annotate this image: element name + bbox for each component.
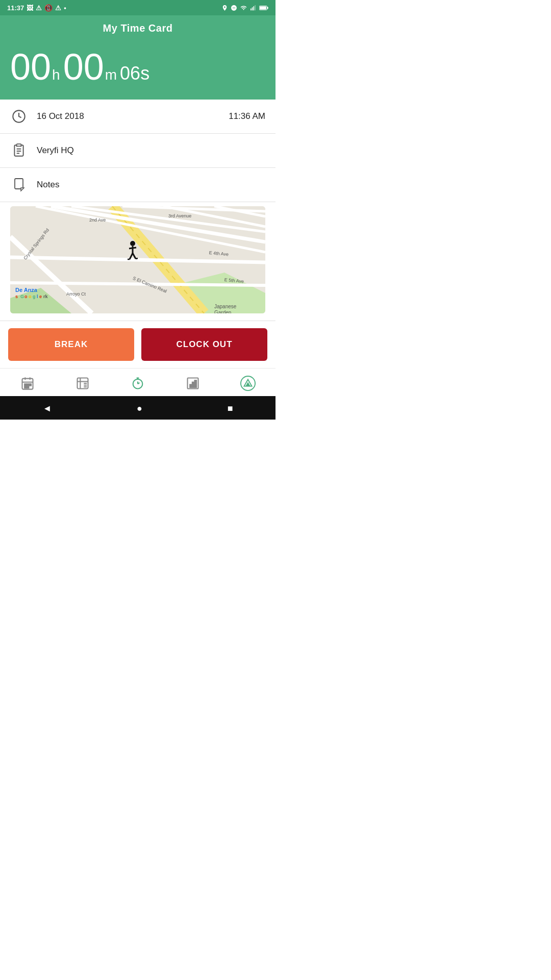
warning-icon: ⚠: [36, 4, 42, 12]
svg-rect-77: [192, 382, 194, 388]
nav-veryfi[interactable]: [234, 374, 262, 393]
svg-rect-63: [27, 386, 29, 388]
warning2-icon: ⚠: [55, 4, 61, 12]
svg-rect-0: [251, 8, 252, 10]
timer-icon: [130, 376, 145, 391]
location-icon: [221, 5, 228, 11]
break-button[interactable]: BREAK: [8, 328, 134, 361]
svg-text:Japanese: Japanese: [214, 304, 237, 309]
svg-rect-60: [27, 384, 29, 386]
clock-icon: [10, 108, 28, 125]
android-nav: ◄ ● ■: [0, 396, 276, 420]
notes-row[interactable]: Notes: [0, 168, 276, 202]
battery-icon: [259, 5, 268, 11]
clock-in-time: 11:36 AM: [229, 111, 265, 121]
svg-text:l: l: [37, 294, 38, 299]
project-row[interactable]: Veryfi HQ: [0, 134, 276, 168]
svg-rect-8: [14, 145, 23, 156]
veryfi-icon: [240, 376, 256, 391]
timer-display: 00 h 00 m 06s: [10, 48, 265, 85]
date-row[interactable]: 16 Oct 2018 11:36 AM: [0, 100, 276, 134]
svg-rect-15: [15, 179, 23, 189]
svg-rect-3: [255, 5, 256, 10]
svg-rect-2: [254, 6, 255, 10]
photo-icon: 🖼: [27, 4, 33, 12]
notes-label: Notes: [37, 180, 265, 190]
svg-text:G: G: [20, 294, 24, 299]
timer-minutes: 00: [63, 48, 104, 85]
status-time: 11:37: [7, 4, 24, 12]
recent-button[interactable]: ■: [217, 401, 243, 416]
svg-text:3rd Avenue: 3rd Avenue: [168, 213, 191, 218]
info-section: 16 Oct 2018 11:36 AM Veryfi HQ Notes: [0, 100, 276, 202]
svg-text:De Anza: De Anza: [15, 287, 38, 293]
status-bar: 11:37 🖼 ⚠ 📵 ⚠ •: [0, 0, 276, 15]
nav-list[interactable]: [69, 374, 96, 393]
svg-point-48: [130, 241, 135, 246]
app-title: My Time Card: [103, 22, 173, 34]
chart-icon: [185, 376, 201, 391]
nav-calendar[interactable]: [14, 374, 41, 393]
svg-text:o: o: [24, 294, 28, 299]
signal-icon: [250, 5, 257, 11]
svg-text:Arroyo Ct: Arroyo Ct: [66, 291, 86, 297]
calendar-icon: [20, 376, 35, 391]
svg-rect-76: [190, 384, 192, 387]
svg-text:s: s: [15, 294, 18, 299]
svg-rect-1: [252, 7, 253, 10]
clipboard-icon: [10, 142, 28, 159]
clock-out-button[interactable]: CLOCK OUT: [141, 328, 267, 361]
svg-text:e: e: [39, 294, 42, 299]
timer-hours: 00: [10, 48, 51, 85]
project-label: Veryfi HQ: [37, 145, 265, 156]
nav-chart[interactable]: [179, 374, 207, 393]
back-button[interactable]: ◄: [32, 401, 62, 416]
svg-text:2nd Ave: 2nd Ave: [89, 217, 106, 223]
svg-line-50: [129, 248, 136, 249]
bottom-nav: [0, 368, 276, 396]
action-buttons: BREAK CLOCK OUT: [0, 321, 276, 368]
svg-rect-61: [30, 384, 32, 386]
timer-seconds: 06s: [120, 63, 149, 84]
svg-rect-62: [24, 386, 27, 388]
svg-text:g: g: [33, 294, 36, 299]
svg-text:rk: rk: [43, 294, 48, 299]
app-header: My Time Card: [0, 15, 276, 39]
svg-rect-59: [24, 384, 27, 386]
timer-minutes-unit: m: [105, 67, 117, 83]
dnd-icon: [231, 5, 237, 11]
date-label: 16 Oct 2018: [37, 111, 219, 121]
dot-icon: •: [64, 4, 66, 12]
svg-text:o: o: [29, 294, 32, 299]
svg-text:Garden: Garden: [214, 310, 231, 313]
status-left: 11:37 🖼 ⚠ 📵 ⚠ •: [7, 4, 66, 12]
home-button[interactable]: ●: [127, 401, 153, 416]
wifi-icon: [240, 5, 247, 11]
map-section[interactable]: Crystal Springs Rd 2nd Ave 3rd Avenue Ar…: [10, 206, 265, 313]
nav-timer[interactable]: [124, 374, 152, 393]
timer-section: 00 h 00 m 06s: [0, 39, 276, 100]
svg-rect-6: [267, 7, 268, 9]
svg-rect-5: [260, 6, 266, 9]
svg-rect-78: [195, 380, 197, 387]
map-canvas: Crystal Springs Rd 2nd Ave 3rd Avenue Ar…: [10, 206, 265, 313]
svg-rect-11: [17, 144, 21, 146]
phone-icon: 📵: [44, 4, 53, 12]
svg-line-54: [136, 258, 138, 259]
list-icon: [75, 376, 90, 391]
notes-icon: [10, 176, 28, 193]
timer-hours-unit: h: [52, 67, 60, 83]
status-right: [221, 5, 268, 11]
